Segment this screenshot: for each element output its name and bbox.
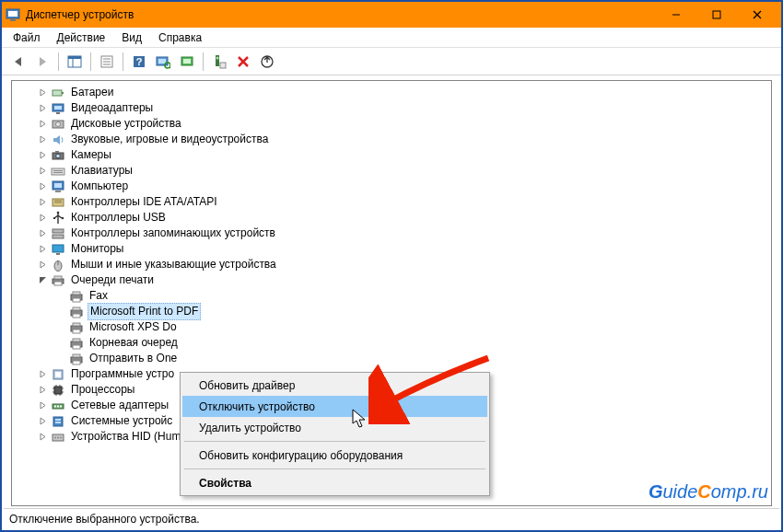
device-icon bbox=[51, 430, 65, 445]
expander-placeholder bbox=[54, 353, 67, 365]
tree-item[interactable]: Клавиатуры bbox=[16, 163, 769, 179]
expand-icon[interactable] bbox=[36, 368, 49, 381]
svg-rect-61 bbox=[73, 292, 80, 295]
svg-rect-2 bbox=[10, 19, 16, 21]
tree-item[interactable]: Отправить в One bbox=[16, 351, 769, 366]
device-icon bbox=[51, 86, 65, 100]
context-properties[interactable]: Свойства bbox=[182, 472, 487, 493]
device-icon bbox=[51, 117, 65, 132]
expand-icon[interactable] bbox=[36, 384, 49, 397]
uninstall-button[interactable] bbox=[256, 51, 278, 73]
tree-item[interactable]: Microsoft XPS Do bbox=[16, 319, 769, 335]
svg-rect-88 bbox=[57, 405, 59, 407]
minimize-button[interactable] bbox=[656, 2, 696, 28]
expand-icon[interactable] bbox=[36, 243, 49, 256]
svg-rect-68 bbox=[73, 330, 80, 333]
tree-item[interactable]: Звуковые, игровые и видеоустройства bbox=[16, 132, 769, 147]
menu-action[interactable]: Действие bbox=[50, 29, 113, 46]
tree-item[interactable]: Корневая очеред bbox=[16, 335, 769, 351]
tree-item[interactable]: Microsoft Print to PDF bbox=[16, 304, 769, 319]
device-icon bbox=[51, 195, 65, 210]
update-button[interactable] bbox=[176, 51, 198, 73]
toolbar-separator bbox=[90, 52, 91, 71]
tree-item[interactable]: Очереди печати bbox=[16, 272, 769, 288]
scan-button[interactable] bbox=[152, 51, 174, 73]
svg-point-95 bbox=[57, 436, 59, 438]
expand-icon[interactable] bbox=[36, 196, 49, 209]
statusbar: Отключение выбранного устройства. bbox=[4, 508, 779, 528]
svg-line-19 bbox=[169, 67, 170, 68]
device-icon bbox=[51, 211, 65, 226]
tree-item[interactable]: Видеоадаптеры bbox=[16, 100, 769, 116]
context-update-driver[interactable]: Обновить драйвер bbox=[182, 375, 487, 396]
expand-icon[interactable] bbox=[36, 118, 49, 131]
toolbar-separator bbox=[203, 52, 204, 71]
tree-item-label: Отправить в One bbox=[88, 351, 179, 366]
expand-icon[interactable] bbox=[36, 212, 49, 225]
show-hide-tree-button[interactable] bbox=[64, 51, 86, 73]
forward-button[interactable] bbox=[31, 51, 53, 73]
menu-view[interactable]: Вид bbox=[114, 29, 149, 46]
expand-icon[interactable] bbox=[36, 259, 49, 272]
tree-item[interactable]: Контроллеры USB bbox=[16, 210, 769, 226]
expand-icon[interactable] bbox=[36, 133, 49, 146]
tree-item[interactable]: Батареи bbox=[16, 85, 769, 100]
svg-rect-73 bbox=[73, 354, 80, 357]
context-refresh-config[interactable]: Обновить конфигурацию оборудования bbox=[182, 445, 487, 466]
expand-icon[interactable] bbox=[36, 149, 49, 162]
tree-item[interactable]: Fax bbox=[16, 288, 769, 304]
properties-button[interactable] bbox=[96, 51, 118, 73]
expand-icon[interactable] bbox=[36, 415, 49, 428]
context-separator bbox=[184, 468, 485, 469]
expand-icon[interactable] bbox=[36, 87, 49, 99]
svg-point-36 bbox=[56, 154, 61, 158]
tree-item-label: Дисковые устройства bbox=[69, 116, 183, 132]
device-icon bbox=[69, 352, 84, 366]
svg-point-23 bbox=[216, 56, 219, 59]
svg-rect-71 bbox=[73, 345, 80, 349]
tree-item-label: Очереди печати bbox=[69, 272, 156, 288]
device-icon bbox=[51, 258, 65, 272]
svg-rect-44 bbox=[55, 191, 61, 192]
tree-item[interactable]: Мониторы bbox=[16, 241, 769, 257]
tree-item[interactable]: Компьютер bbox=[16, 179, 769, 194]
tree-item[interactable]: Контроллеры запоминающих устройств bbox=[16, 226, 769, 241]
enable-button[interactable] bbox=[208, 51, 230, 73]
device-icon bbox=[51, 101, 65, 116]
svg-rect-51 bbox=[53, 229, 64, 233]
tree-item-label: Компьютер bbox=[69, 179, 130, 194]
svg-rect-65 bbox=[73, 314, 80, 318]
device-icon bbox=[51, 164, 65, 179]
maximize-button[interactable] bbox=[696, 2, 737, 28]
tree-item-label: Microsoft Print to PDF bbox=[88, 303, 201, 320]
menu-file[interactable]: Файл bbox=[6, 29, 48, 46]
expand-icon[interactable] bbox=[36, 102, 49, 115]
context-delete-device[interactable]: Удалить устройство bbox=[182, 417, 487, 438]
expand-icon[interactable] bbox=[36, 227, 49, 240]
svg-rect-53 bbox=[53, 245, 64, 252]
expand-icon[interactable] bbox=[36, 399, 49, 412]
device-icon bbox=[51, 367, 65, 382]
expand-icon[interactable] bbox=[36, 165, 49, 178]
expand-icon[interactable] bbox=[36, 180, 49, 193]
tree-item-label: Системные устройс bbox=[69, 413, 174, 429]
close-button[interactable] bbox=[737, 2, 777, 28]
tree-item[interactable]: Камеры bbox=[16, 147, 769, 163]
tree-item-label: Fax bbox=[88, 288, 110, 304]
tree-item[interactable]: Мыши и иные указывающие устройства bbox=[16, 257, 769, 272]
svg-rect-70 bbox=[73, 339, 80, 341]
collapse-icon[interactable] bbox=[36, 274, 49, 287]
expand-icon[interactable] bbox=[36, 431, 49, 444]
tree-item[interactable]: Дисковые устройства bbox=[16, 116, 769, 132]
back-button[interactable] bbox=[7, 51, 29, 73]
svg-rect-74 bbox=[73, 361, 80, 364]
tree-item-label: Клавиатуры bbox=[69, 163, 134, 179]
context-disable-device[interactable]: Отключить устройство bbox=[182, 396, 487, 417]
help-button[interactable]: ? bbox=[128, 51, 150, 73]
disable-button[interactable] bbox=[232, 51, 254, 73]
tree-item-label: Мониторы bbox=[69, 241, 125, 257]
tree-item[interactable]: Контроллеры IDE ATA/ATAPI bbox=[16, 194, 769, 210]
toolbar-separator bbox=[123, 52, 123, 71]
menu-help[interactable]: Справка bbox=[151, 29, 209, 46]
svg-rect-17 bbox=[158, 59, 166, 64]
